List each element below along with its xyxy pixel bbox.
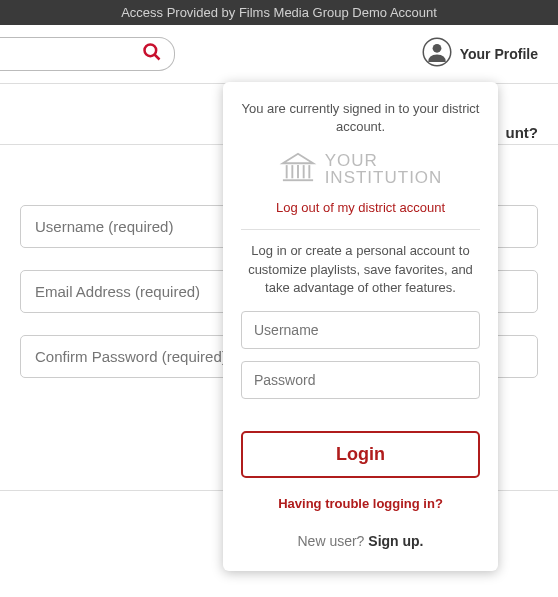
profile-area[interactable]: Your Profile xyxy=(422,37,538,71)
new-user-prefix: New user? xyxy=(297,533,368,549)
user-icon xyxy=(422,37,452,71)
search-box[interactable] xyxy=(0,37,175,71)
logout-link[interactable]: Log out of my district account xyxy=(241,200,480,215)
login-password-field[interactable] xyxy=(241,361,480,399)
signed-in-message: You are currently signed in to your dist… xyxy=(241,100,480,136)
login-username-field[interactable] xyxy=(241,311,480,349)
institution-icon xyxy=(279,150,317,188)
institution-text: YOUR INSTITUTION xyxy=(325,152,443,188)
partial-heading: unt? xyxy=(506,124,538,141)
search-icon[interactable] xyxy=(142,42,162,66)
profile-label: Your Profile xyxy=(460,46,538,62)
signup-link[interactable]: Sign up. xyxy=(368,533,423,549)
profile-popup: You are currently signed in to your dist… xyxy=(223,82,498,571)
svg-point-3 xyxy=(432,44,441,53)
trouble-logging-in-link[interactable]: Having trouble logging in? xyxy=(241,496,480,511)
institution-logo: YOUR INSTITUTION xyxy=(241,150,480,188)
login-button[interactable]: Login xyxy=(241,431,480,478)
svg-line-1 xyxy=(155,55,160,60)
new-user-line: New user? Sign up. xyxy=(241,533,480,549)
search-input[interactable] xyxy=(22,46,142,62)
access-banner: Access Provided by Films Media Group Dem… xyxy=(0,0,558,25)
svg-point-0 xyxy=(145,45,157,57)
popup-divider xyxy=(241,229,480,230)
header-row: Your Profile xyxy=(0,25,558,83)
login-info-message: Log in or create a personal account to c… xyxy=(241,242,480,297)
